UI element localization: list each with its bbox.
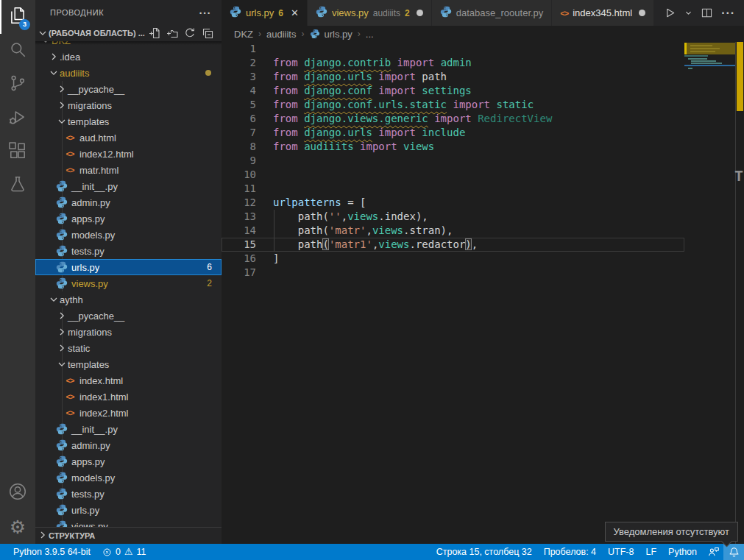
tree-item-templates[interactable]: templates — [35, 113, 222, 130]
tree-item-audiiits[interactable]: audiiits — [35, 65, 222, 81]
tree-item-__pycache__[interactable]: __pycache__ — [35, 308, 222, 324]
tree-item-apps.py[interactable]: apps.py — [35, 453, 222, 469]
tree-item-urls.py[interactable]: urls.py6 — [35, 259, 222, 275]
tree-item-aythh[interactable]: aythh — [35, 291, 222, 308]
code-line-3[interactable]: 3from django.urls import path — [222, 70, 744, 84]
activity-bar-item-extensions-icon[interactable] — [0, 135, 35, 169]
ellipsis-icon[interactable]: ··· — [199, 7, 212, 19]
status-problems[interactable]: 0⚠11 — [96, 544, 152, 560]
activity-bar-item-run-debug-icon[interactable] — [0, 102, 35, 135]
code-line-1[interactable]: 1 — [222, 42, 744, 56]
status-encoding[interactable]: UTF-8 — [602, 544, 640, 560]
minimap[interactable] — [684, 42, 735, 544]
code-editor[interactable]: 12from django.contrib import admin3from … — [222, 42, 744, 544]
status-indentation[interactable]: Пробелов: 4 — [538, 544, 602, 560]
tree-item-label: views.py — [71, 278, 108, 289]
python-icon — [56, 472, 68, 483]
tree-item-__pycache__[interactable]: __pycache__ — [35, 81, 222, 97]
code-line-13[interactable]: 13 path('',views.index), — [222, 210, 744, 224]
tree-item-index.html[interactable]: <>index.html — [35, 372, 222, 389]
tree-item-index2.html[interactable]: <>index2.html — [35, 405, 222, 421]
tree-item-aud.html[interactable]: <>aud.html — [35, 130, 222, 146]
status-feedback-icon[interactable] — [703, 544, 723, 560]
breadcrumb-separator: › — [258, 29, 261, 39]
collapse-all-icon[interactable] — [201, 26, 214, 40]
tree-item-migrations[interactable]: migrations — [35, 97, 222, 113]
tab-urls.py[interactable]: urls.py6✕ — [222, 0, 308, 26]
code-line-12[interactable]: 12urlpatterns = [ — [222, 196, 744, 210]
tree-item-tests.py[interactable]: tests.py — [35, 486, 222, 502]
breadcrumb-item-audiiits[interactable]: audiiits — [266, 29, 296, 40]
activity-bar-item-search-icon[interactable] — [0, 34, 35, 68]
status-eol[interactable]: LF — [640, 544, 662, 560]
code-line-14[interactable]: 14 path('matr',views.stran), — [222, 224, 744, 238]
tab-database_roouter.py[interactable]: database_roouter.py — [432, 0, 553, 26]
tree-item-label: index12.html — [79, 149, 134, 160]
tree-item-models.py[interactable]: models.py — [35, 469, 222, 486]
code-line-11[interactable]: 11 — [222, 182, 744, 196]
tree-item-tests.py[interactable]: tests.py — [35, 243, 222, 259]
tree-item-models.py[interactable]: models.py — [35, 227, 222, 243]
workspace-section-header[interactable]: (РАБОЧАЯ ОБЛАСТЬ) ... — [35, 25, 222, 41]
code-token: from — [273, 71, 298, 82]
tree-item-index1.html[interactable]: <>index1.html — [35, 389, 222, 405]
tab-problems-badge: 2 — [405, 8, 410, 18]
split-editor-icon[interactable] — [701, 7, 712, 18]
code-line-6[interactable]: 6from django.views.generic import Redire… — [222, 112, 744, 126]
code-line-15[interactable]: 15 path('matr1',views.redactor), — [222, 238, 744, 252]
tree-item-DKZ[interactable]: DKZ — [35, 41, 222, 49]
activity-bar-item-account-icon[interactable] — [0, 476, 35, 510]
run-icon[interactable] — [665, 7, 676, 18]
tree-item-__init__.py[interactable]: __init__.py — [35, 421, 222, 437]
python-icon — [316, 6, 327, 20]
tree-item-views.py[interactable]: views.py2 — [35, 275, 222, 291]
chevron-down-icon — [56, 116, 68, 127]
activity-bar-item-testing-icon[interactable] — [0, 169, 35, 203]
tree-item-static[interactable]: static — [35, 340, 222, 356]
activity-bar-item-settings-gear-icon[interactable]: ⚙ — [0, 510, 35, 544]
code-line-7[interactable]: 7from django.urls import include — [222, 126, 744, 140]
tree-item-views.py[interactable]: views.py — [35, 518, 222, 527]
code-line-10[interactable]: 10 — [222, 168, 744, 182]
search-icon — [8, 40, 27, 62]
code-line-5[interactable]: 5from django.conf.urls.static import sta… — [222, 98, 744, 112]
status-cursor-position[interactable]: Строка 15, столбец 32 — [423, 544, 538, 560]
tree-item-apps.py[interactable]: apps.py — [35, 210, 222, 227]
new-folder-icon[interactable] — [166, 26, 179, 40]
code-line-17[interactable]: 17 — [222, 266, 744, 280]
tree-item-__init__.py[interactable]: __init__.py — [35, 178, 222, 194]
tree-item-templates[interactable]: templates — [35, 356, 222, 372]
close-icon[interactable]: ✕ — [291, 7, 299, 18]
code-line-9[interactable]: 9 — [222, 154, 744, 168]
activity-bar-item-explorer-icon[interactable]: 3 — [0, 0, 35, 34]
activity-bar-item-source-control-icon[interactable] — [0, 68, 35, 102]
status-language-mode[interactable]: Python — [662, 544, 703, 560]
more-actions-icon[interactable]: ··· — [721, 7, 735, 20]
tab-index345.html[interactable]: <>index345.html — [552, 0, 654, 26]
run-dropdown-chevron-icon[interactable] — [684, 9, 692, 17]
tree-item-urls.py[interactable]: urls.py — [35, 502, 222, 518]
code-line-16[interactable]: 16] — [222, 252, 744, 266]
tree-item-.idea[interactable]: .idea — [35, 49, 222, 65]
new-file-icon[interactable] — [148, 26, 161, 40]
file-tree-scroll: DKZ.ideaaudiiits__pycache__migrationstem… — [35, 41, 222, 527]
code-token — [472, 113, 478, 124]
refresh-icon[interactable] — [183, 26, 196, 40]
tree-item-matr.html[interactable]: <>matr.html — [35, 162, 222, 178]
code-line-2[interactable]: 2from django.contrib import admin — [222, 56, 744, 70]
code-line-8[interactable]: 8from audiiits import views — [222, 140, 744, 154]
status-python-interpreter[interactable]: Python 3.9.5 64-bit — [0, 544, 96, 560]
code-token — [298, 57, 304, 68]
tree-item-index12.html[interactable]: <>index12.html — [35, 146, 222, 162]
breadcrumb-item-...[interactable]: ... — [366, 29, 374, 40]
tree-item-admin.py[interactable]: admin.py — [35, 194, 222, 210]
code-line-4[interactable]: 4from django.conf import settings — [222, 84, 744, 98]
tree-item-admin.py[interactable]: admin.py — [35, 437, 222, 453]
outline-section-header[interactable]: СТРУКТУРА — [35, 527, 222, 544]
breadcrumb-item-DKZ[interactable]: DKZ — [234, 29, 253, 40]
line-content: ] — [273, 252, 279, 266]
breadcrumb-item-urls.py[interactable]: urls.py — [309, 28, 352, 40]
tree-item-migrations[interactable]: migrations — [35, 324, 222, 340]
scrollbar[interactable] — [735, 42, 744, 544]
tab-views.py[interactable]: views.pyaudiiits2 — [308, 0, 432, 26]
